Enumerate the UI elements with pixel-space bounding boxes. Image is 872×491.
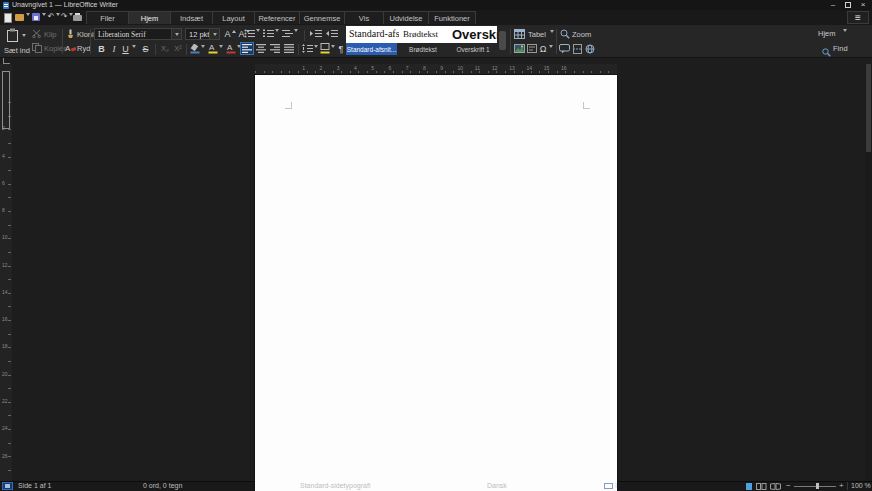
selection-mode-icon[interactable] xyxy=(604,483,613,489)
single-page-view-button[interactable] xyxy=(746,483,752,490)
status-zoom-level[interactable]: 100 % xyxy=(851,481,871,491)
paste-dropdown[interactable] xyxy=(22,37,26,55)
ruler-tick xyxy=(410,71,411,73)
paragraph-background-button[interactable] xyxy=(320,43,330,54)
document-page[interactable] xyxy=(255,75,617,491)
tab-layout[interactable]: Layout xyxy=(212,11,255,24)
minimize-button[interactable]: – xyxy=(826,0,840,10)
context-label[interactable]: Hjem xyxy=(818,29,836,38)
horizontal-ruler[interactable]: 12345678910111213141516 xyxy=(255,64,617,74)
ruler-tick xyxy=(574,71,575,73)
italic-button[interactable]: I xyxy=(109,43,119,55)
increase-indent-button[interactable] xyxy=(310,29,322,38)
font-name-combo[interactable]: Liberation Serif xyxy=(94,28,182,40)
vertical-scrollbar-thumb[interactable] xyxy=(866,64,871,152)
clear-formatting-button[interactable]: A xyxy=(65,43,76,53)
undo-button[interactable]: ↶ xyxy=(47,12,55,22)
zoom-slider-track[interactable] xyxy=(794,486,836,487)
style-preview-overskrift[interactable]: Overskrift 1 xyxy=(452,27,497,42)
zoom-in-button[interactable]: + xyxy=(839,481,844,491)
style-label-brodtekst[interactable]: Brødtekst xyxy=(397,43,449,55)
style-label-standard[interactable]: Standard-afsnit... xyxy=(346,43,397,55)
tab-referencer[interactable]: Referencer xyxy=(254,11,300,24)
tab-hjem[interactable]: Hjem xyxy=(128,11,171,24)
formatting-marks-button[interactable]: ¶ xyxy=(336,43,346,55)
grow-font-button[interactable]: A xyxy=(224,28,236,40)
tab-udvidelse[interactable]: Udvidelse xyxy=(383,11,429,24)
tab-label: Gennemse xyxy=(304,14,341,23)
align-justify-button[interactable] xyxy=(284,44,294,53)
outline-list-button[interactable] xyxy=(282,29,293,38)
status-page-style[interactable]: Standard-sidetypografi xyxy=(300,481,370,491)
style-preview-standard[interactable]: Standard-afsnit xyxy=(349,28,399,42)
highlight-color-dropdown[interactable] xyxy=(201,48,205,66)
styles-gallery-scrollbar[interactable] xyxy=(499,31,506,50)
insert-image-button[interactable] xyxy=(514,44,525,53)
style-preview-brodtekst[interactable]: Brødtekst xyxy=(403,29,449,42)
status-word-count[interactable]: 0 ord, 0 tegn xyxy=(143,481,182,491)
tab-vis[interactable]: Vis xyxy=(344,11,384,24)
tab-filer[interactable]: Filer xyxy=(86,11,129,24)
strikethrough-button[interactable]: S xyxy=(140,43,151,55)
status-page-info[interactable]: Side 1 af 1 xyxy=(18,481,51,491)
decrease-indent-button[interactable] xyxy=(326,29,338,38)
font-color-button[interactable]: A xyxy=(226,43,236,54)
align-right-button[interactable] xyxy=(270,44,280,53)
bullet-list-button[interactable] xyxy=(244,29,255,38)
close-button[interactable]: × xyxy=(856,0,870,10)
open-dropdown[interactable] xyxy=(26,16,30,34)
chevron-down-icon[interactable] xyxy=(171,29,181,39)
numbered-list-button[interactable] xyxy=(263,29,274,38)
print-button[interactable] xyxy=(73,13,82,21)
font-size-combo[interactable]: 12 pkt. xyxy=(185,28,220,40)
clone-formatting-button[interactable] xyxy=(66,29,75,39)
page-break-button[interactable] xyxy=(573,44,582,54)
copy-button[interactable] xyxy=(32,43,42,53)
tab-gennemse[interactable]: Gennemse xyxy=(299,11,345,24)
zoom-slider-thumb[interactable] xyxy=(816,483,819,489)
bold-button[interactable]: B xyxy=(96,43,107,55)
char-background-button[interactable]: A xyxy=(208,43,218,54)
redo-button[interactable]: ↷ xyxy=(60,12,68,22)
tab-funktioner[interactable]: Funktioner xyxy=(428,11,476,24)
zoom-button[interactable] xyxy=(560,29,570,39)
insert-comment-button[interactable] xyxy=(559,44,570,54)
zoom-out-button[interactable]: − xyxy=(786,481,791,491)
ruler-tick xyxy=(531,71,532,73)
open-button[interactable] xyxy=(15,13,24,21)
style-label-overskrift[interactable]: Overskrift 1 xyxy=(449,43,497,55)
ruler-number: 8 xyxy=(423,66,426,71)
cut-button[interactable] xyxy=(32,29,42,38)
ruler-number: 10 xyxy=(2,235,8,240)
multi-page-view-button[interactable] xyxy=(756,483,767,490)
char-background-dropdown[interactable] xyxy=(219,48,223,66)
ruler-number: 11 xyxy=(475,66,480,71)
insert-table-button[interactable] xyxy=(514,29,525,39)
hyperlink-button[interactable] xyxy=(585,44,595,54)
align-left-button[interactable] xyxy=(240,42,254,55)
paste-button[interactable] xyxy=(6,28,19,42)
line-spacing-button[interactable] xyxy=(302,44,313,53)
find-label[interactable]: Find xyxy=(833,44,848,53)
status-language[interactable]: Dansk xyxy=(487,481,507,491)
tab-indsaet[interactable]: Indsæt xyxy=(170,11,213,24)
maximize-button[interactable] xyxy=(841,0,855,10)
special-character-button[interactable]: Ω xyxy=(538,43,548,55)
chevron-down-icon[interactable] xyxy=(209,29,219,39)
underline-dropdown[interactable] xyxy=(132,48,136,66)
save-button[interactable] xyxy=(32,13,40,21)
find-button[interactable] xyxy=(822,43,831,61)
superscript-button[interactable]: X² xyxy=(172,43,184,55)
ruler-tick xyxy=(471,71,472,73)
menubar-toggle-button[interactable]: ≡ xyxy=(847,11,869,24)
save-status-icon[interactable] xyxy=(2,482,13,490)
align-center-button[interactable] xyxy=(256,44,266,53)
book-view-button[interactable] xyxy=(770,483,781,490)
svg-text:A: A xyxy=(65,44,71,53)
highlight-color-button[interactable] xyxy=(190,44,200,54)
subscript-button[interactable]: X₂ xyxy=(159,43,171,55)
insert-field-button[interactable] xyxy=(527,44,537,53)
underline-button[interactable]: U xyxy=(120,43,131,55)
align-justify-icon xyxy=(284,44,294,53)
new-document-button[interactable] xyxy=(4,13,12,23)
